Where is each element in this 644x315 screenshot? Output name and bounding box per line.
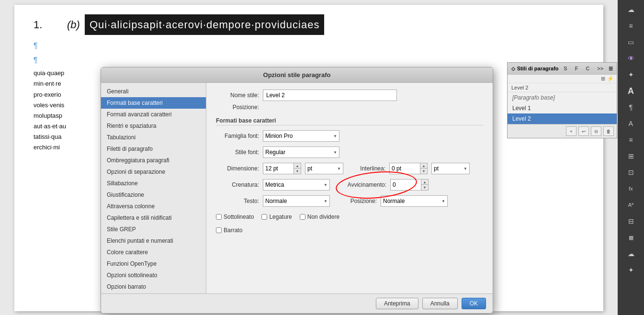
panel-icon-table2[interactable]: ▦ [622, 230, 640, 245]
panel-icon-fx[interactable]: fx [622, 181, 640, 196]
right-panel: ☁ ≡ ▭ 👁 ✦ A ¶ A ≡ ⊞ ⊡ fx Aª ⊟ ▦ ☁ ✦ [618, 0, 644, 315]
heading-text: Qui·alicipsapit·acerovi·dempore·providuc… [85, 14, 325, 35]
panel-icon-grid[interactable]: ⊞ [622, 148, 640, 164]
styles-tab-more[interactable]: >> [594, 65, 607, 72]
lightning-icon[interactable]: ⚡ [607, 76, 614, 82]
sidebar-item-formati-avanzati[interactable]: Formati avanzati caratteri [101, 109, 206, 120]
sidebar-item-opentype[interactable]: Funzioni OpenType [101, 258, 206, 270]
avvicinamento-up[interactable]: ▲ [421, 180, 428, 185]
crenatura-label: Crenatura: [216, 181, 259, 188]
sidebar-item-attraversa[interactable]: Attraversa colonne [101, 201, 206, 212]
sidebar-item-sillabazione[interactable]: Sillabazione [101, 178, 206, 189]
sidebar-item-separazione[interactable]: Opzioni di separazione [101, 166, 206, 178]
styles-delete-btn[interactable]: 🗑 [603, 126, 614, 136]
cancel-button[interactable]: Annulla [422, 298, 458, 309]
dimensione-arrows: ▲ ▼ [294, 163, 301, 174]
panel-icon-rect[interactable]: ▭ [622, 34, 640, 50]
sidebar-item-barrato-opt[interactable]: Opzioni barrato [101, 281, 206, 292]
styles-list-item-level2[interactable]: Level 2 [508, 113, 617, 124]
paragraph-marker-1: ¶ [34, 40, 584, 52]
panel-icon-paragraph[interactable]: ¶ [622, 100, 640, 115]
styles-panel-menu-icon[interactable]: ☰ [609, 66, 613, 71]
sidebar-item-sottolineato-opt[interactable]: Opzioni sottolineato [101, 270, 206, 281]
preview-button[interactable]: Anteprima [376, 298, 418, 309]
styles-remove-btn[interactable]: ⊖ [591, 126, 601, 136]
heading-paren: (b) [67, 16, 80, 33]
checkbox-sottolineato[interactable]: Sottolineato [216, 214, 254, 220]
dimensione-unit-select[interactable]: pt [305, 163, 343, 174]
avvicinamento-down[interactable]: ▼ [421, 185, 428, 190]
checkbox-non-dividere[interactable]: Non dividere [300, 214, 339, 220]
styles-tab-f[interactable]: F [572, 65, 582, 72]
non-dividere-checkbox[interactable] [300, 214, 305, 220]
avvicinamento-input[interactable] [390, 179, 421, 191]
sidebar-item-elenchi[interactable]: Elenchi puntati e numerati [101, 235, 206, 247]
famiglia-select[interactable]: Minion Pro [263, 130, 339, 142]
styles-tab-s[interactable]: S [560, 65, 570, 72]
stile-select[interactable]: Regular [263, 146, 339, 158]
panel-icon-cloud[interactable]: ☁ [622, 2, 640, 17]
expand-icon[interactable]: ⊞ [601, 76, 605, 82]
sidebar-item-formati-base[interactable]: Formati base caratteri [101, 97, 206, 109]
interlinea-unit-select[interactable]: pt [431, 163, 470, 174]
checkbox-barrato[interactable]: Barrato [216, 227, 242, 234]
panel-icon-sparkle[interactable]: ✦ [622, 67, 640, 82]
posizione-label: Posizione: [216, 104, 259, 111]
testo-select[interactable]: Normale [263, 195, 330, 207]
nome-input[interactable] [263, 90, 397, 101]
panel-icon-star[interactable]: ✦ [622, 262, 640, 278]
panel-icon-Aa[interactable]: Aª [622, 197, 640, 213]
styles-list-item-base[interactable]: [Paragrafo base] [508, 92, 617, 103]
styles-list-item-level1[interactable]: Level 1 [508, 103, 617, 113]
panel-icon-grid2[interactable]: ⊡ [622, 165, 640, 180]
dimensione-down[interactable]: ▼ [294, 169, 301, 174]
ok-button[interactable]: OK [462, 298, 486, 309]
panel-icon-eye[interactable]: 👁 [622, 51, 640, 66]
barrato-label: Barrato [224, 227, 242, 234]
barrato-checkbox[interactable] [216, 227, 222, 233]
panel-icon-cloud2[interactable]: ☁ [622, 246, 640, 261]
interlinea-label: Interlinea: [347, 165, 385, 172]
sidebar-item-rientri[interactable]: Rientri e spaziatura [101, 120, 206, 132]
styles-add-btn[interactable]: + [566, 126, 576, 136]
paragraph-marker-2: ¶ [34, 54, 584, 67]
interlinea-up[interactable]: ▲ [420, 163, 427, 169]
doc-heading: 1. (b) Qui·alicipsapit·acerovi·dempore·p… [34, 14, 584, 35]
interlinea-spinner: ▲ ▼ [389, 163, 428, 174]
sidebar-item-ombreggiatura[interactable]: Ombreggiatura paragrafi [101, 155, 206, 166]
panel-icon-table1[interactable]: ⊟ [622, 214, 640, 229]
heading-number: 1. [34, 16, 62, 33]
dimensione-interlinea-row: Dimensione: ▲ ▼ pt Interlinea: [216, 163, 483, 174]
testo-label: Testo: [216, 198, 259, 204]
crenatura-select[interactable]: Metrica [263, 179, 330, 191]
panel-icon-A-large[interactable]: A [622, 83, 640, 99]
sidebar-item-giustificazione[interactable]: Giustificazione [101, 189, 206, 201]
sidebar-item-generali[interactable]: Generali [101, 86, 206, 97]
sidebar-item-filetti[interactable]: Filetti di paragrafo [101, 143, 206, 155]
sidebar-item-stile-grep[interactable]: Stile GREP [101, 224, 206, 235]
posizione2-select[interactable]: Normale [381, 195, 448, 207]
styles-panel-tabs: S F C >> [560, 65, 607, 72]
dimensione-input[interactable] [263, 163, 294, 174]
checkboxes-row1: Sottolineato Legature Non dividere [216, 214, 483, 220]
panel-icon-align[interactable]: ≡ [622, 132, 640, 147]
panel-icon-lines[interactable]: ≡ [622, 18, 640, 34]
sidebar-item-colore[interactable]: Colore carattere [101, 247, 206, 258]
sottolineato-checkbox[interactable] [216, 214, 222, 220]
posizione-row: Posizione: [216, 104, 483, 111]
interlinea-down[interactable]: ▼ [420, 169, 427, 174]
styles-item-label-level1: Level 1 [512, 105, 531, 112]
dimensione-unit-wrapper: pt [305, 163, 343, 174]
avvicinamento-label: Avvicinamento: [334, 181, 386, 188]
dimensione-up[interactable]: ▲ [294, 163, 301, 169]
sidebar-item-tabulazioni[interactable]: Tabulazioni [101, 132, 206, 143]
styles-tab-c[interactable]: C [582, 65, 593, 72]
styles-redefine-btn[interactable]: ↩ [578, 126, 589, 136]
panel-icon-A-small[interactable]: A [622, 116, 640, 131]
sidebar-item-capilettera[interactable]: Capilettera e stili nidificati [101, 212, 206, 224]
legature-checkbox[interactable] [261, 214, 267, 220]
styles-item-label-level2: Level 2 [512, 115, 531, 122]
interlinea-input[interactable] [389, 163, 420, 174]
checkbox-legature[interactable]: Legature [261, 214, 292, 220]
sidebar-item-tag[interactable]: Tag per esportazione [101, 292, 206, 293]
